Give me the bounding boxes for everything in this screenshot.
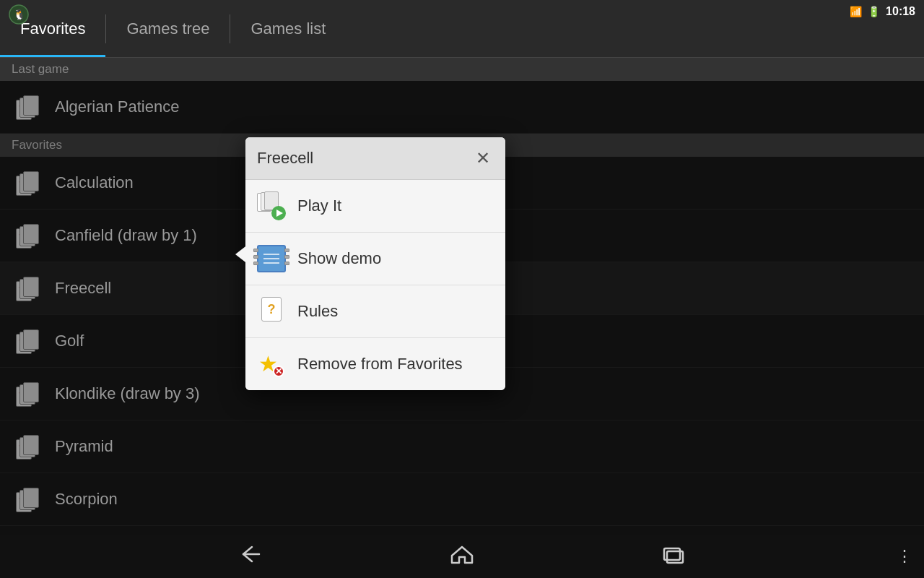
remove-favorites-icon: ★ ✕ <box>257 350 286 379</box>
wifi-icon: 📶 <box>850 6 862 17</box>
tab-favorites-label: Favorites <box>20 20 85 38</box>
tab-games-list-label: Games list <box>250 20 326 38</box>
dialog-header: Freecell ✕ <box>245 137 505 180</box>
rules-label: Rules <box>297 302 338 321</box>
battery-icon: 🔋 <box>868 6 880 17</box>
dialog-remove-favorites[interactable]: ★ ✕ Remove from Favorites <box>245 338 505 390</box>
nav-menu-button[interactable]: ⋮ <box>897 547 912 566</box>
status-time: 10:18 <box>886 5 915 18</box>
show-demo-label: Show demo <box>297 249 381 268</box>
nav-recents-button[interactable] <box>655 538 692 575</box>
status-bar: 📶 🔋 10:18 <box>850 0 924 23</box>
game-options-dialog: Freecell ✕ Play It <box>245 137 505 390</box>
svg-text:🐧: 🐧 <box>13 9 26 21</box>
nav-back-button[interactable] <box>232 538 269 575</box>
nav-home-button[interactable] <box>443 538 481 575</box>
dialog-rules[interactable]: ? Rules <box>245 285 505 338</box>
dialog-arrow <box>235 244 248 264</box>
nav-bar: ⋮ <box>0 535 924 578</box>
tab-games-tree[interactable]: Games tree <box>106 0 230 57</box>
tab-games-tree-label: Games tree <box>126 20 209 38</box>
remove-favorites-label: Remove from Favorites <box>297 355 463 374</box>
dialog-play-it[interactable]: Play It <box>245 180 505 233</box>
rules-icon: ? <box>257 297 286 326</box>
dialog-show-demo[interactable]: Show demo <box>245 233 505 285</box>
dialog-close-button[interactable]: ✕ <box>472 147 494 169</box>
app-logo: 🐧 <box>9 4 29 25</box>
tab-bar: Favorites Games tree Games list <box>0 0 924 58</box>
tab-games-list[interactable]: Games list <box>230 0 346 57</box>
dialog-title: Freecell <box>257 149 313 168</box>
play-it-icon <box>257 191 286 220</box>
play-it-label: Play It <box>297 197 341 215</box>
show-demo-icon <box>257 244 286 273</box>
